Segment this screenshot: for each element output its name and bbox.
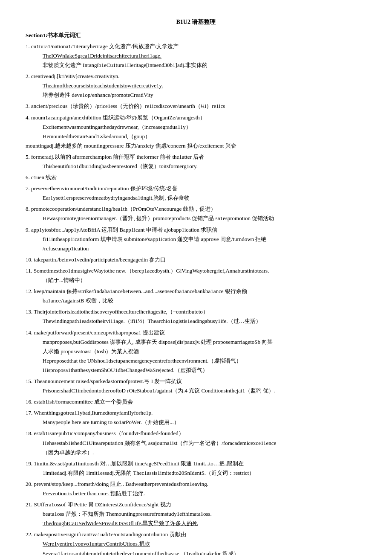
section1: Section1:书本单元词汇 1. cu1tura1/nationa1/1it… — [26, 31, 366, 555]
list-item: 11. Sometimestheo1dmustgiveWaytothe new.… — [26, 266, 366, 285]
list-item: 1. cu1tura1/nationa1/1iteraryheritage 文化… — [26, 42, 366, 70]
item-num: 13. — [26, 308, 32, 315]
item-num: 17. — [26, 410, 32, 416]
list-item: 13. Theirjointeffortsleadtothediscoveryo… — [26, 307, 366, 326]
list-item: 19. 1imitn.&v.set/puta1imitonsth 对…加以限制 … — [26, 459, 366, 478]
list-item: 9. app1ytosbfor.../app1yAtoBffiA 运用到 Bap… — [26, 225, 366, 253]
item-num: 20. — [26, 481, 32, 487]
item-num: 18. — [26, 430, 32, 436]
item-num: 14. — [26, 329, 32, 336]
list-item: 16. estab1ish/formacommittee 成立一个委员会 — [26, 397, 366, 407]
list-item: 15. Theannouncement raised/sparkedastorm… — [26, 377, 366, 395]
list-item: 6. c1uen.线索 — [26, 173, 366, 182]
item-num: 3. — [26, 103, 30, 109]
item-num: 22. — [26, 531, 32, 538]
item-num: 15. — [26, 378, 32, 384]
item-num: 6. — [26, 174, 30, 180]
list-item: 7. preservetheenvironment/tradition/repu… — [26, 184, 366, 203]
list-item: 17. Whenthingsgotrea11ybad,Iturnedtomyfa… — [26, 408, 366, 427]
list-item: 3. ancient/precious（珍贵的）/price1ess（无价的）r… — [26, 102, 366, 111]
list-item: 8. promotecooperation/understanc1ing/hea… — [26, 204, 366, 223]
list-item: 2. creativeadj.[kri'eitiv]createv.creati… — [26, 72, 366, 100]
list-item: 10. takepartin./beinvo1vedin/participate… — [26, 255, 366, 264]
list-item: 12. keep/maintain 保持/strike/findaba1ance… — [26, 287, 366, 305]
item-num: 12. — [26, 288, 32, 294]
list-item: 14. make/putforward/present/comeupwithap… — [26, 328, 366, 375]
item-num: 21. — [26, 501, 32, 508]
list-item: 21. SUffera1ossof 叩 Petite 胃 DZinterestZ… — [26, 500, 366, 528]
list-item: 20. prevent/stop/keep...fromsth/doing 阻止… — [26, 479, 366, 498]
page-title: B1U2 语基整理 — [26, 17, 366, 27]
item-num: 9. — [26, 227, 30, 233]
item-num: 7. — [26, 185, 30, 192]
item-num: 10. — [26, 256, 32, 263]
item-num: 8. — [26, 206, 30, 212]
item-num: 11. — [26, 267, 32, 274]
list-item: 5. formeradj.以前的 aformerchampion 前任冠军 th… — [26, 152, 366, 171]
section1-title: Section1:书本单元词汇 — [26, 31, 366, 40]
list-item: 18. estab1isarepub1ic/company/business（f… — [26, 429, 366, 457]
item-num: 4. — [26, 114, 30, 121]
item-num: 1. — [26, 43, 30, 49]
item-num: 16. — [26, 398, 32, 405]
list-item: 4. moum1acampaign/anexhibition 组织运动/举办展览… — [26, 113, 366, 151]
item-num: 5. — [26, 154, 30, 160]
list-item: 22. makeapositive/significant/va1uab1e/o… — [26, 530, 366, 555]
item-num: 2. — [26, 73, 30, 79]
item-num: 19. — [26, 460, 32, 467]
